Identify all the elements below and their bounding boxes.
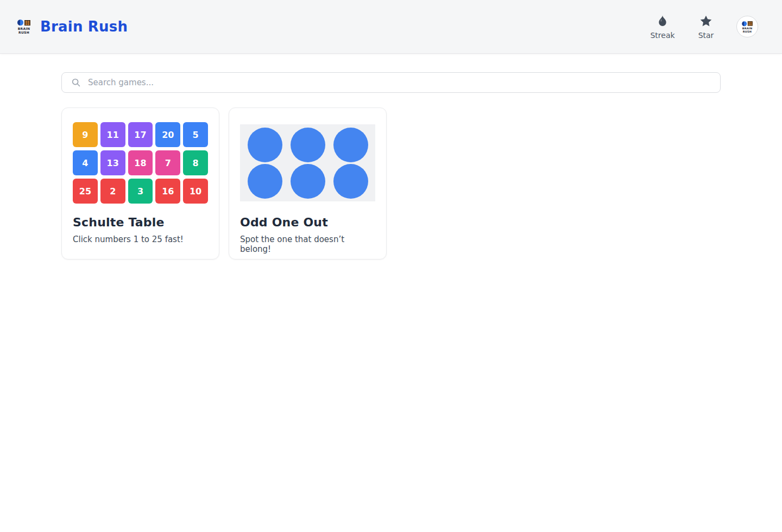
logo-text-line2: RUSH bbox=[18, 30, 29, 34]
avatar-logo-text-line1: BRAIN bbox=[742, 27, 753, 30]
schulte-tile: 8 bbox=[183, 150, 208, 175]
card-subtitle: Click numbers 1 to 25 fast! bbox=[73, 235, 208, 244]
avatar-logo-text-line2: RUSH bbox=[743, 29, 752, 33]
schulte-tile: 3 bbox=[128, 179, 153, 204]
schulte-tile: 9 bbox=[73, 122, 98, 147]
streak-label: Streak bbox=[650, 31, 674, 40]
header-right: Streak Star BRAIN RUSH bbox=[649, 14, 758, 40]
brain-rush-logo-icon: BRAIN RUSH bbox=[16, 20, 31, 34]
search-bar bbox=[61, 72, 721, 93]
star-button[interactable]: Star bbox=[693, 14, 719, 40]
schulte-tile: 7 bbox=[155, 150, 180, 175]
search-input[interactable] bbox=[61, 72, 721, 93]
avatar-logo-grid-icon bbox=[748, 21, 753, 26]
avatar-logo-circle-icon bbox=[742, 21, 747, 26]
logo-circle-icon bbox=[17, 20, 23, 26]
brand: BRAIN RUSH Brain Rush bbox=[16, 18, 128, 35]
schulte-tile: 18 bbox=[128, 150, 153, 175]
odd-one-out-preview bbox=[240, 119, 375, 207]
star-label: Star bbox=[698, 31, 714, 40]
schulte-preview: 91117205413187825231610 bbox=[73, 119, 208, 207]
schulte-tile: 20 bbox=[155, 122, 180, 147]
schulte-tile: 4 bbox=[73, 150, 98, 175]
odd-one-out-circle-grid bbox=[240, 124, 375, 201]
schulte-tile: 25 bbox=[73, 179, 98, 204]
avatar-logo-icon: BRAIN RUSH bbox=[741, 21, 754, 33]
schulte-tile: 10 bbox=[183, 179, 208, 204]
schulte-tile: 16 bbox=[155, 179, 180, 204]
streak-button[interactable]: Streak bbox=[649, 14, 676, 40]
logo-text-line1: BRAIN bbox=[18, 27, 30, 30]
game-card-odd-one-out[interactable]: Odd One Out Spot the one that doesn’t be… bbox=[229, 107, 387, 259]
star-icon bbox=[699, 14, 713, 28]
schulte-tile: 11 bbox=[100, 122, 125, 147]
card-title: Schulte Table bbox=[73, 216, 208, 229]
card-subtitle: Spot the one that doesn’t belong! bbox=[240, 235, 375, 254]
odd-one-out-circle bbox=[291, 128, 325, 162]
card-title: Odd One Out bbox=[240, 216, 375, 229]
schulte-number-grid: 91117205413187825231610 bbox=[73, 122, 208, 204]
schulte-tile: 5 bbox=[183, 122, 208, 147]
odd-one-out-circle bbox=[248, 164, 282, 199]
schulte-tile: 2 bbox=[100, 179, 125, 204]
odd-one-out-circle bbox=[333, 164, 368, 199]
game-card-schulte-table[interactable]: 91117205413187825231610 Schulte Table Cl… bbox=[61, 107, 219, 259]
header: BRAIN RUSH Brain Rush Streak Star bbox=[0, 0, 782, 54]
game-cards-row: 91117205413187825231610 Schulte Table Cl… bbox=[61, 107, 721, 259]
main-content: 91117205413187825231610 Schulte Table Cl… bbox=[61, 72, 721, 259]
odd-one-out-circle bbox=[291, 164, 325, 199]
schulte-tile: 13 bbox=[100, 150, 125, 175]
logo-grid-icon bbox=[24, 20, 30, 26]
droplet-flame-icon bbox=[655, 14, 670, 28]
odd-one-out-circle bbox=[248, 128, 282, 162]
app-title: Brain Rush bbox=[40, 18, 128, 35]
avatar[interactable]: BRAIN RUSH bbox=[736, 16, 758, 37]
schulte-tile: 17 bbox=[128, 122, 153, 147]
odd-one-out-circle bbox=[333, 128, 368, 162]
